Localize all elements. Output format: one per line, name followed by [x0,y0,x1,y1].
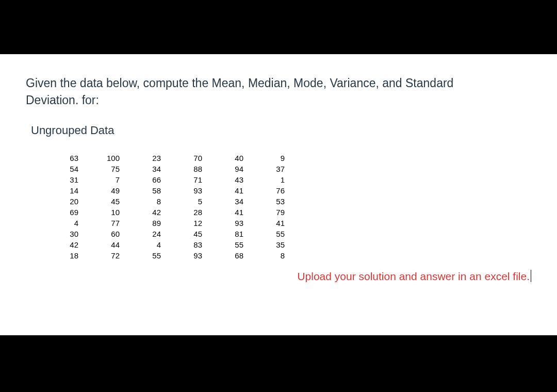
table-cell: 41 [248,218,289,228]
table-cell: 54 [41,164,83,174]
table-cell: 63 [41,153,83,164]
table-cell: 41 [206,207,248,218]
data-table-body: 63 100 23 70 40 9 54 75 34 88 94 37 31 7… [41,153,289,261]
table-row: 20 45 8 5 34 53 [41,196,289,207]
table-cell: 49 [83,185,124,196]
table-row: 54 75 34 88 94 37 [41,164,289,174]
table-cell: 14 [41,185,83,196]
table-cell: 4 [124,239,165,250]
table-cell: 18 [41,250,83,261]
table-cell: 35 [248,239,289,250]
data-table: 63 100 23 70 40 9 54 75 34 88 94 37 31 7… [41,153,289,261]
table-cell: 8 [248,250,289,261]
table-cell: 41 [206,185,248,196]
table-cell: 75 [83,164,124,174]
section-title: Ungrouped Data [31,124,531,137]
table-cell: 8 [124,196,165,207]
table-cell: 100 [83,153,124,164]
table-cell: 40 [206,153,248,164]
table-cell: 28 [165,207,206,218]
table-row: 18 72 55 93 68 8 [41,250,289,261]
table-cell: 76 [248,185,289,196]
table-cell: 55 [206,239,248,250]
table-cell: 34 [124,164,165,174]
table-cell: 60 [83,228,124,239]
table-cell: 89 [124,218,165,228]
table-cell: 42 [41,239,83,250]
table-cell: 44 [83,239,124,250]
table-row: 31 7 66 71 43 1 [41,174,289,185]
table-cell: 66 [124,174,165,185]
table-cell: 9 [248,153,289,164]
table-cell: 53 [248,196,289,207]
table-cell: 30 [41,228,83,239]
table-cell: 72 [83,250,124,261]
table-row: 4 77 89 12 93 41 [41,218,289,228]
table-row: 63 100 23 70 40 9 [41,153,289,164]
table-cell: 37 [248,164,289,174]
question-text: Given the data below, compute the Mean, … [26,75,531,109]
table-cell: 93 [165,250,206,261]
table-cell: 70 [165,153,206,164]
table-cell: 12 [165,218,206,228]
table-cell: 45 [165,228,206,239]
table-cell: 55 [248,228,289,239]
table-cell: 34 [206,196,248,207]
table-cell: 79 [248,207,289,218]
table-cell: 7 [83,174,124,185]
table-cell: 58 [124,185,165,196]
text-cursor-icon [531,270,531,282]
table-cell: 31 [41,174,83,185]
table-cell: 83 [165,239,206,250]
table-cell: 20 [41,196,83,207]
table-cell: 71 [165,174,206,185]
question-line-1: Given the data below, compute the Mean, … [26,76,453,90]
table-cell: 45 [83,196,124,207]
table-cell: 81 [206,228,248,239]
table-cell: 94 [206,164,248,174]
table-row: 42 44 4 83 55 35 [41,239,289,250]
upload-note-text: Upload your solution and answer in an ex… [297,270,530,282]
upload-note: Upload your solution and answer in an ex… [26,270,531,283]
table-cell: 4 [41,218,83,228]
table-cell: 10 [83,207,124,218]
table-cell: 68 [206,250,248,261]
table-cell: 55 [124,250,165,261]
table-cell: 77 [83,218,124,228]
table-row: 69 10 42 28 41 79 [41,207,289,218]
table-cell: 69 [41,207,83,218]
table-cell: 42 [124,207,165,218]
question-line-2: Deviation. for: [26,93,99,107]
table-cell: 24 [124,228,165,239]
table-cell: 88 [165,164,206,174]
table-cell: 43 [206,174,248,185]
table-cell: 23 [124,153,165,164]
bottom-black-bar [0,335,557,392]
table-cell: 93 [165,185,206,196]
top-black-bar [0,0,557,54]
table-row: 30 60 24 45 81 55 [41,228,289,239]
table-cell: 1 [248,174,289,185]
table-row: 14 49 58 93 41 76 [41,185,289,196]
table-cell: 93 [206,218,248,228]
table-cell: 5 [165,196,206,207]
content-area: Given the data below, compute the Mean, … [0,54,557,335]
